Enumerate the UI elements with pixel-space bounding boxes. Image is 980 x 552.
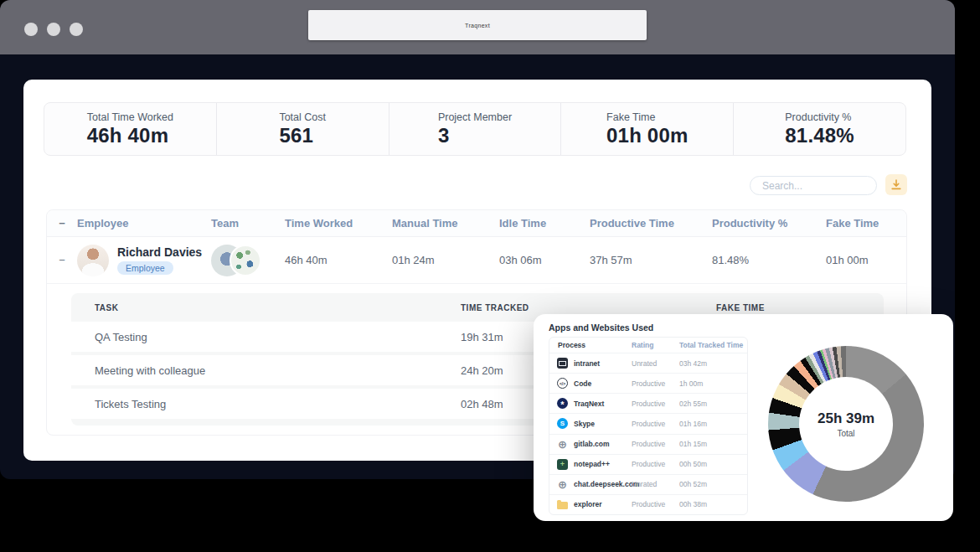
app-rating: Productive [632, 500, 679, 508]
col-employee[interactable]: Employee [77, 217, 211, 230]
apps-websites-panel: Apps and Websites Used Process Rating To… [534, 314, 953, 521]
monitor-icon [557, 358, 568, 369]
app-row[interactable]: intranet Unrated 03h 42m [549, 353, 747, 373]
col-productivity[interactable]: Productivity % [712, 217, 826, 230]
col-productive-time[interactable]: Productive Time [590, 217, 712, 230]
stat-total-cost: Total Cost 561 [217, 103, 389, 155]
app-rating: Productive [632, 420, 679, 428]
app-row[interactable]: Skype Productive 01h 16m [549, 413, 747, 433]
app-name: notepad++ [574, 460, 610, 468]
app-row[interactable]: chat.deepseek.com Unrated 00h 52m [549, 474, 747, 494]
app-rating: Unrated [632, 359, 679, 368]
app-rating: Productive [632, 379, 679, 388]
app-rating: Unrated [632, 480, 679, 488]
search-input[interactable] [750, 176, 877, 195]
col-idle-time[interactable]: Idle Time [499, 217, 590, 230]
window-controls [24, 23, 83, 36]
donut-center: 25h 39m Total [799, 377, 893, 471]
col-task: TASK [71, 303, 461, 312]
donut-total-value: 25h 39m [818, 410, 874, 427]
stat-value: 46h 40m [87, 124, 173, 147]
globe-icon [557, 439, 568, 450]
globe-icon [557, 479, 568, 490]
stat-label: Fake Time [606, 111, 688, 123]
app-rating: Productive [632, 460, 679, 468]
employee-avatar [77, 245, 109, 276]
notepadpp-icon [557, 459, 568, 470]
app-time: 03h 42m [679, 359, 747, 368]
stat-label: Project Member [438, 111, 512, 123]
window-minimize-button[interactable] [47, 23, 60, 36]
stat-total-time-worked: Total Time Worked 46h 40m [44, 103, 217, 155]
address-bar-title: Traqnext [465, 23, 490, 28]
employee-name: Richard Davies [117, 245, 202, 259]
task-name: Meeting with colleague [71, 364, 461, 377]
task-name: Tickets Testing [71, 398, 461, 410]
app-row[interactable]: Code Productive 1h 00m [549, 373, 747, 393]
stat-value: 561 [279, 124, 326, 147]
col-time-worked[interactable]: Time Worked [285, 217, 392, 230]
code-icon [557, 378, 568, 389]
donut-total-label: Total [837, 429, 854, 438]
app-row[interactable]: gitlab.com Productive 01h 15m [549, 434, 747, 454]
stat-value: 01h 00m [606, 124, 688, 147]
app-rating: Productive [632, 440, 679, 448]
col-total-tracked-time: Total Tracked Time [679, 341, 747, 349]
cell-productivity: 81.48% [712, 254, 826, 266]
stat-fake-time: Fake Time 01h 00m [561, 103, 734, 155]
stats-summary-bar: Total Time Worked 46h 40m Total Cost 561… [44, 102, 906, 156]
stat-label: Total Cost [279, 111, 326, 123]
stat-productivity: Productivity % 81.48% [734, 103, 905, 155]
app-name: Code [574, 379, 591, 388]
browser-chrome: Traqnext [0, 0, 955, 54]
apps-usage-donut-chart[interactable]: 25h 39m Total [768, 346, 924, 502]
folder-icon [557, 499, 568, 510]
app-name: chat.deepseek.com [574, 480, 639, 488]
app-time: 00h 50m [679, 460, 747, 468]
app-row[interactable]: explorer Productive 00h 38m [549, 494, 747, 514]
col-team[interactable]: Team [211, 217, 285, 230]
col-rating: Rating [632, 341, 679, 349]
collapse-all-icon[interactable]: − [47, 217, 77, 230]
app-name: intranet [574, 359, 600, 368]
team-avatar [230, 245, 261, 276]
stat-label: Total Time Worked [87, 111, 173, 123]
app-time: 00h 52m [679, 480, 747, 488]
address-bar[interactable]: Traqnext [308, 10, 647, 40]
cell-time-worked: 46h 40m [285, 254, 392, 266]
apps-table-header: Process Rating Total Tracked Time [549, 338, 747, 353]
col-manual-time[interactable]: Manual Time [392, 217, 499, 230]
app-row[interactable]: notepad++ Productive 00h 50m [549, 454, 747, 474]
row-collapse-icon[interactable]: − [47, 254, 77, 266]
traqnext-logo-icon [557, 398, 568, 409]
stat-value: 81.48% [785, 124, 854, 147]
task-name: QA Testing [71, 331, 461, 343]
apps-table: Process Rating Total Tracked Time intran… [549, 337, 748, 515]
col-task-fake-time: FAKE TIME [716, 303, 884, 312]
app-time: 02h 55m [679, 400, 747, 408]
employee-row[interactable]: − Richard Davies Employee [47, 237, 906, 284]
app-rating: Productive [632, 400, 679, 408]
app-time: 01h 16m [679, 420, 747, 428]
cell-fake-time: 01h 00m [826, 254, 906, 266]
col-fake-time[interactable]: Fake Time [826, 217, 906, 230]
download-button[interactable] [885, 174, 907, 195]
app-time: 00h 38m [679, 500, 747, 508]
skype-icon [557, 418, 568, 429]
employee-table-header: − Employee Team Time Worked Manual Time … [47, 210, 906, 237]
window-maximize-button[interactable] [70, 23, 83, 36]
col-process: Process [549, 341, 632, 349]
window-close-button[interactable] [24, 23, 38, 36]
app-name: gitlab.com [574, 440, 610, 448]
cell-manual-time: 01h 24m [392, 254, 499, 266]
download-icon [890, 179, 902, 190]
app-time: 1h 00m [679, 379, 747, 388]
apps-panel-title: Apps and Websites Used [549, 322, 653, 333]
app-name: explorer [574, 500, 602, 508]
app-row[interactable]: TraqNext Productive 02h 55m [549, 393, 747, 413]
cell-productive-time: 37h 57m [590, 254, 712, 266]
app-name: TraqNext [574, 400, 604, 408]
team-avatars [211, 245, 285, 276]
stat-label: Productivity % [785, 111, 854, 123]
app-time: 01h 15m [679, 440, 747, 448]
